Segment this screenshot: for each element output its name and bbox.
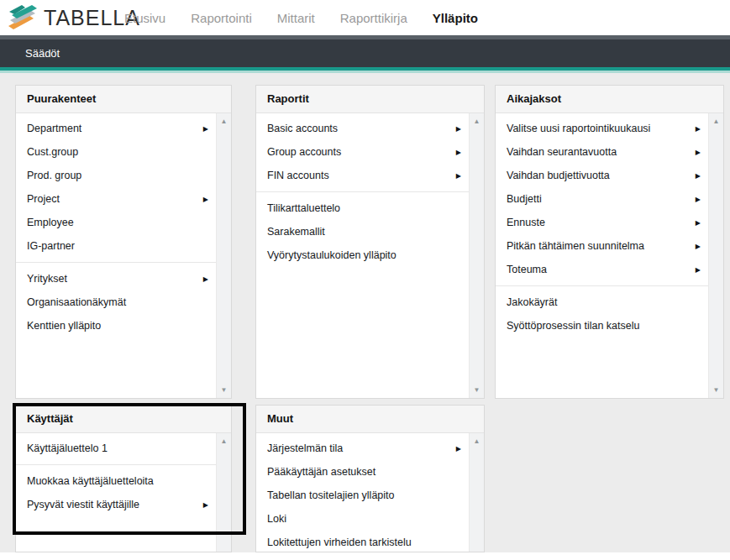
- menu-item-label: Budjetti: [507, 193, 542, 205]
- menu-item-label: Yritykset: [27, 273, 67, 285]
- scroll-up-icon[interactable]: ▲: [217, 118, 231, 125]
- menu-item-label: Vaihdan seurantavuotta: [507, 146, 617, 158]
- menu-item-muokkaa-kayttajaluetteloita[interactable]: Muokkaa käyttäjäluetteloita: [16, 469, 217, 493]
- brand-logo[interactable]: TABELLA: [7, 2, 140, 34]
- menu-separator: [256, 191, 470, 192]
- menu-item-label: Organisaationäkymät: [27, 296, 126, 308]
- menu-item-label: Tilikarttaluettelo: [267, 202, 340, 214]
- scroll-up-icon[interactable]: ▲: [217, 437, 231, 445]
- submenu-arrow-icon: ▶: [696, 196, 701, 203]
- menu-item-tilikarttaluettelo[interactable]: Tilikarttaluettelo: [256, 196, 470, 220]
- scroll-down-icon[interactable]: ▼: [470, 386, 484, 394]
- panel-body: Department ▶ Cust.group Prod. group Proj…: [16, 113, 231, 398]
- scrollbar[interactable]: ▲ ▼: [216, 113, 231, 398]
- scrollbar[interactable]: ▲: [216, 433, 231, 552]
- menu-item-kayttajaluettelo-1[interactable]: Käyttäjäluettelo 1: [16, 437, 217, 460]
- main-nav: Etusivu Raportointi Mittarit Raporttikir…: [124, 0, 478, 35]
- menu-item-label: Pysyvät viestit käyttäjille: [27, 499, 139, 510]
- menu-item-label: Vaihdan budjettivuotta: [507, 170, 610, 181]
- menu-item-sarakemallit[interactable]: Sarakemallit: [256, 220, 470, 243]
- nav-item-raporttikirja[interactable]: Raporttikirja: [340, 11, 407, 25]
- menu-item-label: Toteuma: [507, 264, 547, 275]
- nav-item-raportointi[interactable]: Raportointi: [191, 11, 252, 25]
- menu-item-label: Basic accounts: [267, 123, 338, 134]
- panel-body: Basic accounts ▶ Group accounts ▶ FIN ac…: [256, 113, 484, 398]
- menu-item-jarjestelman-tila[interactable]: Järjestelmän tila ▶: [256, 437, 470, 460]
- menu-item-tabellan-tositelajien-yllapito[interactable]: Tabellan tositelajien ylläpito: [256, 484, 470, 507]
- menu-item-label: FIN accounts: [267, 170, 329, 181]
- menu-item-label: Sarakemallit: [267, 226, 325, 238]
- menu-item-label: Group accounts: [267, 146, 341, 158]
- menu-item-vaihdan-seurantavuotta[interactable]: Vaihdan seurantavuotta ▶: [496, 140, 709, 164]
- panel-title: Raportit: [256, 86, 484, 113]
- menu-item-project[interactable]: Project ▶: [16, 187, 217, 211]
- menu-item-label: Valitse uusi raportointikuukausi: [507, 123, 650, 134]
- submenu-arrow-icon: ▶: [696, 172, 701, 180]
- menu-item-fin-accounts[interactable]: FIN accounts ▶: [256, 164, 470, 187]
- menu-item-department[interactable]: Department ▶: [16, 117, 217, 140]
- panel-title: Aikajaksot: [496, 86, 723, 113]
- menu-item-label: Department: [27, 123, 81, 134]
- menu-item-ig-partner[interactable]: IG-partner: [16, 234, 217, 258]
- nav-item-etusivu[interactable]: Etusivu: [124, 11, 165, 25]
- menu-item-label: Kenttien ylläpito: [27, 320, 101, 332]
- menu-item-prod-group[interactable]: Prod. group: [16, 164, 217, 187]
- menu-item-label: Käyttäjäluettelo 1: [27, 442, 108, 454]
- menu-item-pysyvat-viestit-kayttajille[interactable]: Pysyvät viestit käyttäjille ▶: [16, 493, 217, 516]
- menu-item-loki[interactable]: Loki: [256, 507, 470, 531]
- menu-item-vyorytystaulukoiden-yllapito[interactable]: Vyörytystaulukoiden ylläpito: [256, 243, 470, 267]
- menu-item-syottoprosessin-tilan-katselu[interactable]: Syöttöprosessin tilan katselu: [496, 314, 709, 338]
- submenu-arrow-icon: ▶: [203, 275, 208, 283]
- submenu-arrow-icon: ▶: [696, 243, 701, 250]
- menu-item-group-accounts[interactable]: Group accounts ▶: [256, 140, 470, 164]
- menu-item-organisaationakymat[interactable]: Organisaationäkymät: [16, 290, 217, 314]
- nav-item-yllapito[interactable]: Ylläpito: [433, 11, 478, 25]
- menu-item-yritykset[interactable]: Yritykset ▶: [16, 267, 217, 290]
- scroll-up-icon[interactable]: ▲: [709, 118, 723, 125]
- menu-item-label: Lokitettujen virheiden tarkistelu: [267, 536, 412, 548]
- scroll-up-icon[interactable]: ▲: [470, 437, 484, 445]
- submenu-arrow-icon: ▶: [456, 149, 461, 156]
- panel-raportit: Raportit Basic accounts ▶ Group accounts…: [255, 85, 485, 399]
- nav-item-mittarit[interactable]: Mittarit: [277, 11, 315, 25]
- menu-item-vaihdan-budjettivuotta[interactable]: Vaihdan budjettivuotta ▶: [496, 164, 709, 187]
- submenu-arrow-icon: ▶: [203, 196, 208, 203]
- submenu-arrow-icon: ▶: [696, 149, 701, 156]
- menu-item-pitkan-tahtaimen-suunnitelma[interactable]: Pitkän tähtäimen suunnitelma ▶: [496, 234, 709, 258]
- panel-body: Valitse uusi raportointikuukausi ▶ Vaihd…: [496, 113, 723, 398]
- menu-separator: [496, 285, 709, 286]
- menu-item-label: Prod. group: [27, 170, 81, 181]
- menu-item-jakokayrat[interactable]: Jakokäyrät: [496, 290, 709, 314]
- menu-item-cust-group[interactable]: Cust.group: [16, 140, 217, 164]
- menu-item-label: IG-partner: [27, 240, 75, 252]
- menu-item-toteuma[interactable]: Toteuma ▶: [496, 258, 709, 281]
- page-title: Säädöt: [25, 47, 60, 60]
- menu-item-basic-accounts[interactable]: Basic accounts ▶: [256, 117, 470, 140]
- submenu-arrow-icon: ▶: [456, 172, 461, 180]
- scroll-down-icon[interactable]: ▼: [709, 386, 723, 394]
- menu-item-kenttien-yllapito[interactable]: Kenttien ylläpito: [16, 314, 217, 338]
- submenu-arrow-icon: ▶: [696, 219, 701, 227]
- menu-item-label: Employee: [27, 217, 74, 228]
- scrollbar[interactable]: ▲: [469, 433, 484, 552]
- panel-title: Käyttäjät: [16, 406, 231, 433]
- menu-item-budjetti[interactable]: Budjetti ▶: [496, 187, 709, 211]
- submenu-arrow-icon: ▶: [203, 125, 208, 133]
- menu-separator: [16, 262, 217, 263]
- menu-item-lokitettujen-virheiden-tarkistelu[interactable]: Lokitettujen virheiden tarkistelu: [256, 531, 470, 554]
- app-window: TABELLA Etusivu Raportointi Mittarit Rap…: [0, 0, 730, 560]
- scroll-down-icon[interactable]: ▼: [217, 386, 231, 394]
- menu-item-employee[interactable]: Employee: [16, 211, 217, 234]
- scroll-up-icon[interactable]: ▲: [470, 118, 484, 125]
- submenu-arrow-icon: ▶: [456, 125, 461, 133]
- top-nav: TABELLA Etusivu Raportointi Mittarit Rap…: [0, 0, 730, 35]
- menu-item-paakayttajan-asetukset[interactable]: Pääkäyttäjän asetukset: [256, 460, 470, 484]
- menu-item-valitse-uusi-raportointikuukausi[interactable]: Valitse uusi raportointikuukausi ▶: [496, 117, 709, 140]
- menu-item-label: Ennuste: [507, 217, 545, 228]
- scrollbar[interactable]: ▲ ▼: [469, 113, 484, 398]
- menu-item-ennuste[interactable]: Ennuste ▶: [496, 211, 709, 234]
- page-header-bar: Säädöt: [0, 39, 730, 67]
- scrollbar[interactable]: ▲ ▼: [708, 113, 723, 398]
- panel-kayttajat: Käyttäjät Käyttäjäluettelo 1 Muokkaa käy…: [15, 405, 232, 552]
- menu-item-label: Pääkäyttäjän asetukset: [267, 466, 376, 478]
